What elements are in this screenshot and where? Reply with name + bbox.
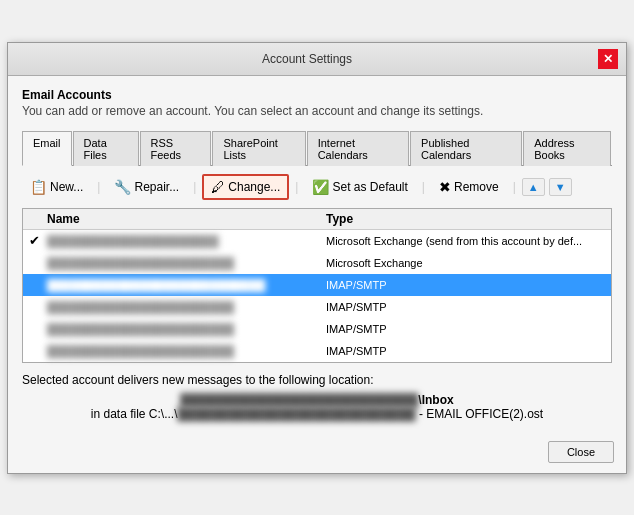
toolbar: 📋 New... | 🔧 Repair... | 🖊 Change... | ✅… — [22, 174, 612, 200]
remove-icon: ✖ — [439, 179, 451, 195]
check-circle-icon: ✅ — [312, 179, 329, 195]
delivery-file-suffix: - EMAIL OFFICE(2).ost — [416, 407, 544, 421]
account-name: ████████████████████████ — [47, 323, 326, 335]
dialog-title: Account Settings — [16, 52, 598, 66]
account-name: ████████████████████████ — [47, 257, 326, 269]
new-label: New... — [50, 180, 83, 194]
info-heading: Email Accounts — [22, 88, 612, 102]
list-header: Name Type — [23, 209, 611, 230]
tab-email[interactable]: Email — [22, 131, 72, 166]
account-type: IMAP/SMTP — [326, 279, 605, 291]
tab-published-calendars[interactable]: Published Calendars — [410, 131, 522, 166]
info-section: Email Accounts You can add or remove an … — [22, 88, 612, 118]
delivery-file-name: ████████████████████████████ — [178, 407, 416, 421]
sep5: | — [513, 180, 516, 194]
title-bar: Account Settings ✕ — [8, 43, 626, 76]
account-name: ████████████████████████ — [47, 345, 326, 357]
tab-internet-calendars[interactable]: Internet Calendars — [307, 131, 409, 166]
new-button[interactable]: 📋 New... — [22, 175, 91, 199]
delivery-location-name: ████████████████████████████ — [180, 393, 418, 407]
table-row[interactable]: ✔ ██████████████████████ Microsoft Excha… — [23, 230, 611, 252]
move-down-button[interactable]: ▼ — [549, 178, 572, 196]
header-type: Type — [326, 212, 605, 226]
tab-sharepoint[interactable]: SharePoint Lists — [212, 131, 305, 166]
table-row[interactable]: ████████████████████████ IMAP/SMTP — [23, 340, 611, 362]
remove-label: Remove — [454, 180, 499, 194]
repair-button[interactable]: 🔧 Repair... — [106, 175, 187, 199]
account-settings-dialog: Account Settings ✕ Email Accounts You ca… — [7, 42, 627, 474]
delivery-inbox: \Inbox — [418, 393, 453, 407]
account-type: Microsoft Exchange (send from this accou… — [326, 235, 605, 247]
delivery-section: Selected account delivers new messages t… — [22, 373, 612, 421]
delivery-file-prefix: in data file C:\...\ — [91, 407, 178, 421]
delivery-label: Selected account delivers new messages t… — [22, 373, 612, 387]
tab-address-books[interactable]: Address Books — [523, 131, 611, 166]
set-default-button[interactable]: ✅ Set as Default — [304, 175, 415, 199]
sep1: | — [97, 180, 100, 194]
check-icon: ✔ — [29, 233, 47, 248]
repair-label: Repair... — [134, 180, 179, 194]
sep4: | — [422, 180, 425, 194]
tab-data-files[interactable]: Data Files — [73, 131, 139, 166]
sep2: | — [193, 180, 196, 194]
account-type: IMAP/SMTP — [326, 323, 605, 335]
table-row[interactable]: ████████████████████████ Microsoft Excha… — [23, 252, 611, 274]
info-description: You can add or remove an account. You ca… — [22, 104, 612, 118]
window-close-button[interactable]: ✕ — [598, 49, 618, 69]
table-row[interactable]: ████████████████████████ IMAP/SMTP — [23, 296, 611, 318]
table-row[interactable]: ████████████████████████ IMAP/SMTP — [23, 318, 611, 340]
account-name: ████████████████████████████ — [47, 279, 326, 291]
move-up-button[interactable]: ▲ — [522, 178, 545, 196]
sep3: | — [295, 180, 298, 194]
delivery-location: ████████████████████████████\Inbox in da… — [22, 393, 612, 421]
dialog-body: Email Accounts You can add or remove an … — [8, 76, 626, 433]
account-type: Microsoft Exchange — [326, 257, 605, 269]
accounts-list: Name Type ✔ ██████████████████████ Micro… — [22, 208, 612, 363]
set-default-label: Set as Default — [332, 180, 407, 194]
dialog-footer: Close — [8, 433, 626, 473]
account-name: ██████████████████████ — [47, 235, 326, 247]
change-icon: 🖊 — [211, 179, 225, 195]
repair-icon: 🔧 — [114, 179, 131, 195]
new-icon: 📋 — [30, 179, 47, 195]
change-label: Change... — [228, 180, 280, 194]
change-button[interactable]: 🖊 Change... — [202, 174, 289, 200]
tab-rss-feeds[interactable]: RSS Feeds — [140, 131, 212, 166]
remove-button[interactable]: ✖ Remove — [431, 175, 507, 199]
close-button[interactable]: Close — [548, 441, 614, 463]
tab-bar: Email Data Files RSS Feeds SharePoint Li… — [22, 130, 612, 166]
account-type: IMAP/SMTP — [326, 345, 605, 357]
header-name: Name — [29, 212, 326, 226]
account-type: IMAP/SMTP — [326, 301, 605, 313]
table-row[interactable]: ████████████████████████████ IMAP/SMTP — [23, 274, 611, 296]
account-name: ████████████████████████ — [47, 301, 326, 313]
